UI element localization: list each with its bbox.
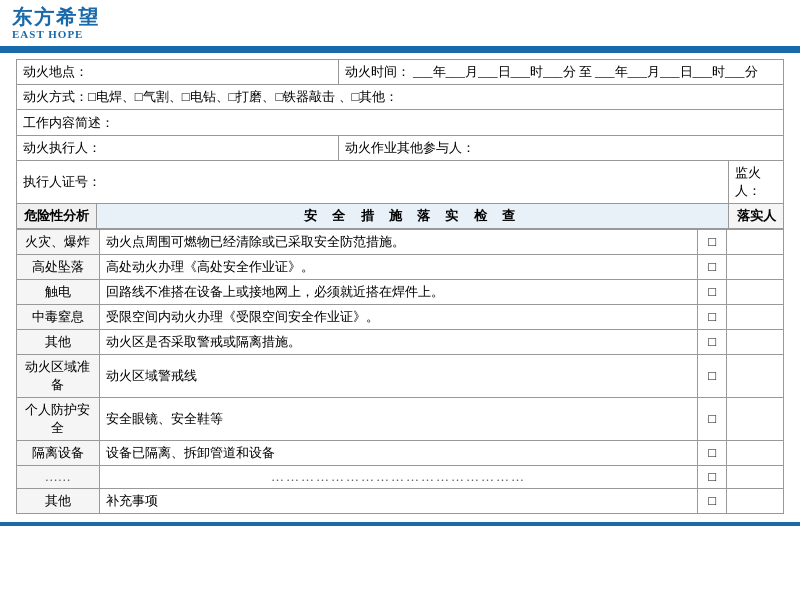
table-row: …………………………………………………□: [17, 466, 784, 489]
row-content: 工作内容简述：: [17, 110, 784, 136]
table-row: 动火区域准备动火区域警戒线□: [17, 355, 784, 398]
measure-cell: 动火点周围可燃物已经清除或已采取安全防范措施。: [99, 230, 698, 255]
checkbox-cell[interactable]: □: [698, 280, 727, 305]
time-cell: 动火时间： ___年___月___日___时___分 至 ___年___月___…: [338, 60, 783, 85]
table-row: 中毒窒息受限空间内动火办理《受限空间安全作业证》。□: [17, 305, 784, 330]
table-row: 触电回路线不准搭在设备上或接地网上，必须就近搭在焊件上。□: [17, 280, 784, 305]
measure-cell: 设备已隔离、拆卸管道和设备: [99, 441, 698, 466]
measure-cell: 动火区是否采取警戒或隔离措施。: [99, 330, 698, 355]
row-executor: 动火执行人： 动火作业其他参与人：: [17, 136, 784, 161]
danger-cell: 高处坠落: [17, 255, 100, 280]
danger-cell: 火灾、爆炸: [17, 230, 100, 255]
measure-col-header: 安 全 措 施 落 实 检 查: [97, 204, 729, 229]
method-cell: 动火方式：□电焊、□气割、□电钻、□打磨、□铁器敲击 、□其他：: [17, 85, 784, 110]
implementer-cell: [727, 441, 784, 466]
measure-cell: ……………………………………………: [99, 466, 698, 489]
checkbox-cell[interactable]: □: [698, 255, 727, 280]
main-table: 动火地点： 动火时间： ___年___月___日___时___分 至 ___年_…: [16, 59, 784, 229]
danger-cell: 触电: [17, 280, 100, 305]
checkbox-cell[interactable]: □: [698, 466, 727, 489]
content-label: 工作内容简述：: [23, 115, 114, 130]
measure-cell: 安全眼镜、安全鞋等: [99, 398, 698, 441]
table-row: 火灾、爆炸动火点周围可燃物已经清除或已采取安全防范措施。□: [17, 230, 784, 255]
danger-col-header: 危险性分析: [17, 204, 97, 229]
implementer-cell: [727, 330, 784, 355]
table-header-row: 危险性分析 安 全 措 施 落 实 检 查 落实人: [17, 204, 784, 229]
checkbox-cell[interactable]: □: [698, 441, 727, 466]
row-cert: 执行人证号： 监火人：: [17, 161, 784, 204]
time-format: ___年___月___日___时___分 至 ___年___月___日___时_…: [413, 64, 758, 79]
table-row: 其他补充事项□: [17, 489, 784, 514]
table-row: 隔离设备设备已隔离、拆卸管道和设备□: [17, 441, 784, 466]
implementer-col-header: 落实人: [729, 204, 784, 229]
implementer-cell: [727, 489, 784, 514]
supervisor-label: 监火人：: [735, 165, 761, 198]
danger-cell: 个人防护安全: [17, 398, 100, 441]
implementer-cell: [727, 398, 784, 441]
measure-cell: 动火区域警戒线: [99, 355, 698, 398]
measures-table: 火灾、爆炸动火点周围可燃物已经清除或已采取安全防范措施。□高处坠落高处动火办理《…: [16, 229, 784, 514]
implementer-cell: [727, 255, 784, 280]
checkbox-cell[interactable]: □: [698, 230, 727, 255]
danger-cell: 其他: [17, 489, 100, 514]
implementer-cell: [727, 230, 784, 255]
location-label: 动火地点：: [23, 64, 88, 79]
cert-cell: 执行人证号：: [17, 161, 729, 204]
implementer-cell: [727, 466, 784, 489]
implementer-cell: [727, 280, 784, 305]
table-row: 高处坠落高处动火办理《高处安全作业证》。□: [17, 255, 784, 280]
measure-cell: 受限空间内动火办理《受限空间安全作业证》。: [99, 305, 698, 330]
danger-cell: 动火区域准备: [17, 355, 100, 398]
row-location: 动火地点： 动火时间： ___年___月___日___时___分 至 ___年_…: [17, 60, 784, 85]
cert-label: 执行人证号：: [23, 174, 101, 189]
danger-cell: ……: [17, 466, 100, 489]
logo-en: EAST HOPE: [12, 28, 100, 40]
logo-cn: 东方希望: [12, 6, 100, 28]
row-method: 动火方式：□电焊、□气割、□电钻、□打磨、□铁器敲击 、□其他：: [17, 85, 784, 110]
checkbox-cell[interactable]: □: [698, 398, 727, 441]
time-label: 动火时间：: [345, 64, 410, 79]
location-cell: 动火地点：: [17, 60, 339, 85]
implementer-cell: [727, 355, 784, 398]
form-area: 动火地点： 动火时间： ___年___月___日___时___分 至 ___年_…: [0, 53, 800, 518]
checkbox-cell[interactable]: □: [698, 355, 727, 398]
logo: 东方希望 EAST HOPE: [12, 6, 100, 40]
executor-cell: 动火执行人：: [17, 136, 339, 161]
measure-cell: 补充事项: [99, 489, 698, 514]
implementer-cell: [727, 305, 784, 330]
table-row: 个人防护安全安全眼镜、安全鞋等□: [17, 398, 784, 441]
table-row: 其他动火区是否采取警戒或隔离措施。□: [17, 330, 784, 355]
bottom-blue-bar: [0, 522, 800, 526]
measure-cell: 回路线不准搭在设备上或接地网上，必须就近搭在焊件上。: [99, 280, 698, 305]
supervisor-cell: 监火人：: [729, 161, 784, 204]
header: 东方希望 EAST HOPE: [0, 0, 800, 49]
checkbox-cell[interactable]: □: [698, 330, 727, 355]
danger-cell: 中毒窒息: [17, 305, 100, 330]
participants-label: 动火作业其他参与人：: [345, 140, 475, 155]
executor-label: 动火执行人：: [23, 140, 101, 155]
checkbox-cell[interactable]: □: [698, 489, 727, 514]
measure-cell: 高处动火办理《高处安全作业证》。: [99, 255, 698, 280]
danger-cell: 隔离设备: [17, 441, 100, 466]
checkbox-cell[interactable]: □: [698, 305, 727, 330]
method-label: 动火方式：□电焊、□气割、□电钻、□打磨、□铁器敲击 、□其他：: [23, 89, 398, 104]
content-cell: 工作内容简述：: [17, 110, 784, 136]
danger-cell: 其他: [17, 330, 100, 355]
participants-cell: 动火作业其他参与人：: [338, 136, 783, 161]
